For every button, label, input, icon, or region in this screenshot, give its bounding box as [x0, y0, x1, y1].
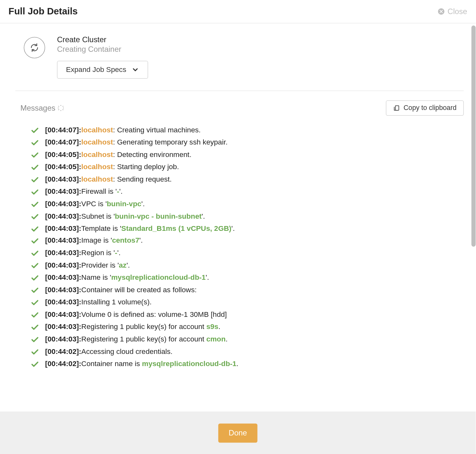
message-text: [00:44:03]:Name is 'mysqlreplicationclou… [45, 273, 209, 283]
message-row: [00:44:07]:localhost: Generating tempora… [31, 137, 464, 149]
loading-spinner-icon [58, 105, 64, 111]
message-list: [00:44:07]:localhost: Creating virtual m… [15, 124, 464, 370]
message-segment: '. [231, 224, 235, 232]
check-icon [31, 249, 39, 258]
check-icon [31, 323, 39, 332]
message-segment: Provider is ' [81, 261, 119, 269]
message-text: [00:44:02]:Container name is mysqlreplic… [45, 359, 238, 369]
message-text: [00:44:03]:Container will be created as … [45, 286, 197, 295]
message-row: [00:44:03]:Firewall is '-'. [31, 186, 464, 198]
message-segment: Template is ' [81, 224, 121, 232]
message-host: localhost [81, 138, 113, 146]
message-host: localhost [81, 151, 113, 159]
message-value: cmon [206, 335, 226, 343]
message-segment: . [236, 360, 238, 368]
expand-job-specs-label: Expand Job Specs [66, 66, 126, 74]
message-segment: '. [117, 249, 121, 257]
message-timestamp: [00:44:03]: [45, 261, 81, 269]
message-value: - [115, 249, 117, 257]
message-timestamp: [00:44:03]: [45, 237, 81, 245]
message-value: bunin-vpc - bunin-subnet [115, 212, 202, 220]
chevron-down-icon [131, 66, 139, 74]
check-icon [31, 299, 39, 307]
message-row: [00:44:03]:VPC is 'bunin-vpc'. [31, 198, 464, 210]
check-icon [31, 225, 39, 233]
check-icon [31, 237, 39, 246]
check-icon [31, 151, 39, 160]
copy-to-clipboard-button[interactable]: Copy to clipboard [386, 100, 464, 116]
check-icon [31, 360, 39, 369]
svg-rect-1 [396, 106, 399, 110]
section-divider [15, 90, 464, 91]
message-text: [00:44:07]:localhost: Creating virtual m… [45, 125, 201, 135]
message-timestamp: [00:44:05]: [45, 163, 81, 171]
message-timestamp: [00:44:03]: [45, 212, 81, 220]
message-segment: Subnet is ' [81, 212, 115, 220]
message-row: [00:44:03]:Registering 1 public key(s) f… [31, 333, 464, 346]
job-header: Create Cluster Creating Container Expand… [15, 35, 464, 79]
message-text: [00:44:03]:Provider is 'az'. [45, 261, 130, 271]
scrollbar[interactable] [472, 26, 476, 247]
message-row: [00:44:07]:localhost: Creating virtual m… [31, 124, 464, 136]
message-segment: Firewall is ' [81, 187, 117, 195]
close-icon [437, 8, 445, 15]
message-timestamp: [00:44:03]: [45, 310, 81, 318]
message-row: [00:44:05]:localhost: Starting deploy jo… [31, 161, 464, 173]
clipboard-icon [393, 105, 400, 111]
messages-label: Messages [15, 104, 64, 113]
close-button[interactable]: Close [437, 7, 467, 16]
message-timestamp: [00:44:03]: [45, 298, 81, 306]
check-icon [31, 335, 39, 344]
page-title: Full Job Details [9, 6, 78, 17]
message-segment: . [226, 335, 227, 343]
message-segment: '. [202, 212, 205, 220]
message-segment: '. [139, 237, 143, 245]
message-host: localhost [81, 163, 113, 171]
message-text: [00:44:05]:localhost: Detecting environm… [45, 150, 191, 160]
message-text: [00:44:03]:Volume 0 is defined as: volum… [45, 310, 227, 320]
message-value: bunin-vpc [107, 200, 141, 208]
message-text: [00:44:03]:Installing 1 volume(s). [45, 298, 152, 308]
message-timestamp: [00:44:07]: [45, 126, 81, 134]
message-row: [00:44:02]:Container name is mysqlreplic… [31, 358, 464, 370]
modal-header: Full Job Details Close [0, 0, 476, 23]
message-timestamp: [00:44:03]: [45, 200, 81, 208]
check-icon [31, 348, 39, 356]
message-row: [00:44:03]:Registering 1 public key(s) f… [31, 321, 464, 333]
message-row: [00:44:03]:Name is 'mysqlreplicationclou… [31, 272, 464, 284]
message-segment: Container will be created as follows: [81, 286, 197, 294]
done-button[interactable]: Done [218, 423, 257, 442]
message-segment: Container name is [81, 360, 142, 368]
message-value: mysqlreplicationcloud-db-1 [111, 274, 206, 282]
message-text: [00:44:03]:Registering 1 public key(s) f… [45, 335, 228, 345]
modal-body: Create Cluster Creating Container Expand… [0, 23, 476, 397]
check-icon [31, 286, 39, 295]
check-icon [31, 262, 39, 270]
messages-header: Messages Copy to clipboard [15, 100, 464, 116]
message-segment: Accessing cloud credentials. [81, 347, 172, 355]
job-subtitle: Creating Container [57, 45, 148, 54]
message-segment: : Starting deploy job. [113, 163, 179, 171]
message-value: centos7 [112, 237, 139, 245]
message-segment: Image is ' [81, 237, 112, 245]
message-timestamp: [00:44:05]: [45, 151, 81, 159]
check-icon [31, 163, 39, 172]
expand-job-specs-button[interactable]: Expand Job Specs [57, 61, 148, 79]
message-segment: Installing 1 volume(s). [81, 298, 152, 306]
message-row: [00:44:03]:Subnet is 'bunin-vpc - bunin-… [31, 210, 464, 223]
check-icon [31, 274, 39, 283]
message-row: [00:44:05]:localhost: Detecting environm… [31, 149, 464, 161]
message-host: localhost [81, 126, 113, 134]
message-row: [00:44:03]:Container will be created as … [31, 284, 464, 296]
message-timestamp: [00:44:03]: [45, 249, 81, 257]
message-text: [00:44:03]:Region is '-'. [45, 248, 121, 258]
message-segment: Volume 0 is defined as: volume-1 30MB [h… [81, 310, 227, 318]
messages-label-text: Messages [20, 104, 55, 113]
message-row: [00:44:03]:Template is 'Standard_B1ms (1… [31, 223, 464, 235]
message-row: [00:44:02]:Accessing cloud credentials. [31, 346, 464, 358]
message-segment: '. [206, 274, 209, 282]
message-segment: Region is ' [81, 249, 115, 257]
message-text: [00:44:03]:Registering 1 public key(s) f… [45, 322, 220, 332]
message-row: [00:44:03]:localhost: Sending request. [31, 173, 464, 185]
message-segment: VPC is ' [81, 200, 107, 208]
